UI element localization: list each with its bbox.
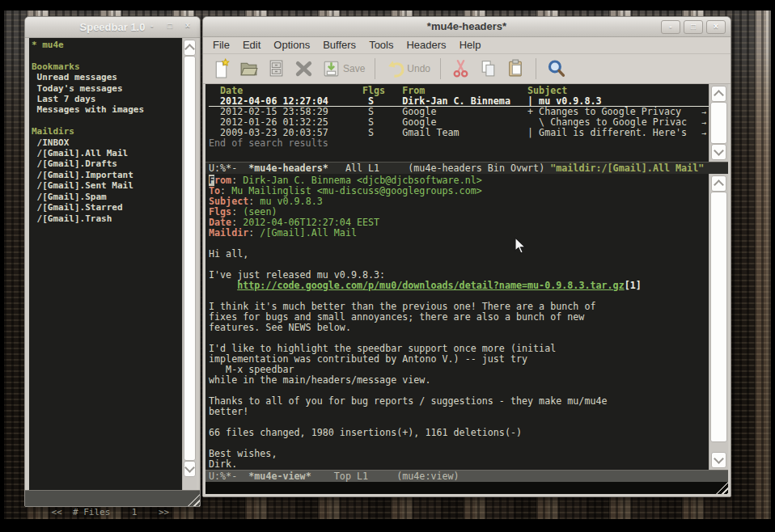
chevron-down-icon bbox=[714, 146, 724, 156]
maximize-button[interactable]: □ bbox=[684, 20, 703, 34]
field-colon: : bbox=[220, 185, 231, 196]
scroll-up-button[interactable] bbox=[184, 40, 196, 56]
continuation-arrow-icon: → bbox=[701, 107, 706, 117]
blank-line bbox=[32, 116, 182, 126]
speedbar-group-label[interactable]: Bookmarks bbox=[32, 61, 182, 72]
close-x-icon bbox=[294, 58, 314, 78]
new-file-button[interactable] bbox=[211, 58, 231, 78]
speedbar-titlebar[interactable]: Speedbar 1.0 - □ × bbox=[25, 17, 200, 38]
copy-button[interactable] bbox=[478, 58, 498, 78]
save-button[interactable]: Save bbox=[321, 58, 365, 78]
maximize-button[interactable]: □ bbox=[163, 20, 177, 32]
minimize-button[interactable]: - bbox=[661, 20, 680, 34]
field-value: (seen) bbox=[243, 206, 277, 217]
menu-headers[interactable]: Headers bbox=[400, 38, 452, 52]
close-button[interactable]: × bbox=[180, 20, 195, 32]
modeline-segment: All L1 (mu4e-headers Bin Ovwrt) bbox=[328, 163, 550, 174]
speedbar-item[interactable]: Last 7 days bbox=[32, 94, 182, 104]
field-value: Dirk-Jan C. Binnema <djcb@djcbsoftware.n… bbox=[243, 175, 482, 186]
dired-button[interactable] bbox=[266, 58, 286, 78]
message-buffer[interactable]: From: Dirk-Jan C. Binnema <djcb@djcbsoft… bbox=[205, 174, 709, 470]
undo-button[interactable]: Undo bbox=[385, 58, 430, 78]
body-line: better! bbox=[209, 407, 709, 417]
header-row[interactable]: 2009-03-23 20:03:57 S Gmail Team | Gmail… bbox=[209, 128, 709, 138]
speedbar-group-label[interactable]: Maildirs bbox=[32, 126, 182, 137]
menu-buffers[interactable]: Buffers bbox=[316, 38, 362, 52]
speedbar-item[interactable]: Unread messages bbox=[32, 72, 182, 82]
view-modeline: U:%*- *mu4e-view* Top L1 (mu4e:view) bbox=[205, 470, 728, 482]
save-label: Save bbox=[343, 63, 365, 74]
speedbar-item[interactable]: /INBOX bbox=[32, 137, 182, 148]
field-label: To bbox=[209, 185, 220, 196]
headers-modeline: U:%*- *mu4e-headers* All L1 (mu4e-header… bbox=[205, 162, 728, 174]
paste-button[interactable] bbox=[506, 58, 526, 78]
field-value: Mu Mailinglist <mu-discuss@googlegroups.… bbox=[231, 185, 482, 196]
chevron-up-icon bbox=[184, 44, 195, 54]
headers-buffer[interactable]: Date Flgs From Subject 2012-04-06 12:27:… bbox=[205, 84, 709, 162]
download-link[interactable]: http://code.google.com/p/mu0/downloads/d… bbox=[237, 280, 624, 291]
speedbar-item[interactable]: /[Gmail].Sent Mail bbox=[32, 180, 182, 191]
field-label: Flgs bbox=[209, 206, 231, 217]
scroll-up-button[interactable] bbox=[711, 175, 726, 192]
close-button[interactable]: × bbox=[706, 20, 726, 34]
resize-grip[interactable] bbox=[188, 494, 200, 506]
echo-area[interactable] bbox=[205, 482, 728, 494]
speedbar-item[interactable]: /[Gmail].Important bbox=[32, 170, 182, 180]
footnote-ref: [1] bbox=[625, 280, 642, 291]
body-line: Thanks to all of you for bug reports / s… bbox=[209, 396, 709, 407]
continuation-arrow-icon: → bbox=[701, 128, 706, 138]
close-buffer-button[interactable] bbox=[294, 58, 314, 78]
scroll-down-button[interactable] bbox=[184, 461, 196, 477]
chevron-down-icon bbox=[714, 454, 724, 464]
emacs-frame: Date Flgs From Subject 2012-04-06 12:27:… bbox=[203, 84, 731, 496]
message-field: Maildir: /[Gmail].All Mail bbox=[209, 228, 709, 239]
speedbar-item[interactable]: /[Gmail].Starred bbox=[32, 202, 182, 213]
field-value: /[Gmail].All Mail bbox=[260, 227, 357, 239]
resize-grip[interactable] bbox=[716, 482, 728, 494]
speedbar-item[interactable]: Today's messages bbox=[32, 83, 182, 94]
menu-options[interactable]: Options bbox=[267, 38, 316, 52]
minimize-button[interactable]: - bbox=[145, 20, 159, 32]
speedbar-item[interactable]: /[Gmail].Spam bbox=[32, 192, 182, 202]
modeline-segment: U:%*- bbox=[209, 471, 248, 482]
speedbar-item[interactable]: Messages with images bbox=[32, 104, 182, 115]
speedbar-item[interactable]: /[Gmail].Drafts bbox=[32, 158, 182, 169]
scrollbar-thumb[interactable] bbox=[710, 102, 727, 144]
mu4e-titlebar[interactable]: *mu4e-headers* - □ × bbox=[203, 17, 731, 37]
scrollbar-thumb[interactable] bbox=[710, 192, 727, 442]
field-colon: : bbox=[248, 196, 260, 207]
message-scrollbar[interactable] bbox=[709, 174, 728, 470]
scroll-down-button[interactable] bbox=[711, 452, 726, 468]
mouse-cursor bbox=[515, 237, 527, 255]
menu-edit[interactable]: Edit bbox=[236, 38, 267, 52]
field-colon: : bbox=[231, 206, 243, 217]
text-cursor: F bbox=[209, 175, 214, 186]
scrollbar-thumb[interactable] bbox=[184, 56, 196, 461]
headers-scrollbar[interactable] bbox=[709, 84, 728, 162]
undo-icon bbox=[385, 58, 405, 78]
end-of-results-text: End of search results bbox=[209, 138, 709, 149]
speedbar-item[interactable]: /[Gmail].Trash bbox=[32, 213, 182, 224]
open-folder-icon bbox=[239, 58, 259, 78]
speedbar-item[interactable]: /[Gmail].All Mail bbox=[32, 148, 182, 158]
search-button[interactable] bbox=[546, 58, 566, 78]
modeline-segment: Top L1 (mu4e:view) bbox=[311, 471, 459, 482]
menu-tools[interactable]: Tools bbox=[362, 38, 400, 52]
body-line: while in the main/headers/message view. bbox=[209, 375, 709, 386]
menu-file[interactable]: File bbox=[206, 38, 236, 52]
field-colon: : bbox=[231, 175, 243, 186]
cut-button[interactable] bbox=[451, 58, 471, 78]
body-line: features. See NEWS below. bbox=[209, 323, 709, 333]
open-file-button[interactable] bbox=[239, 58, 259, 78]
toolbar: Save Undo bbox=[203, 53, 731, 84]
chevron-up-icon bbox=[714, 179, 724, 190]
toolbar-separator bbox=[440, 58, 441, 79]
toolbar-separator bbox=[375, 58, 375, 79]
copy-icon bbox=[478, 58, 498, 78]
speedbar-scrollbar[interactable] bbox=[182, 38, 197, 490]
scroll-up-button[interactable] bbox=[711, 86, 726, 102]
menu-help[interactable]: Help bbox=[453, 38, 488, 52]
new-file-icon bbox=[211, 58, 231, 78]
speedbar-group-label[interactable]: * mu4e bbox=[32, 40, 182, 50]
scroll-down-button[interactable] bbox=[711, 144, 726, 160]
